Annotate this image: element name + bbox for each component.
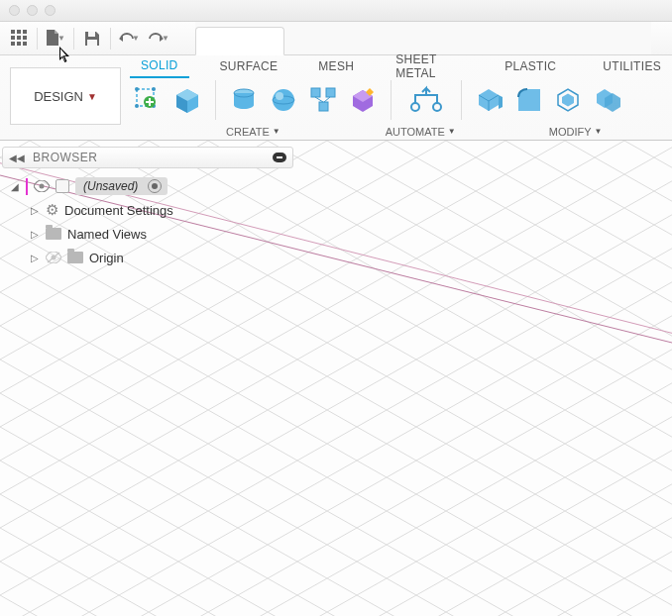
svg-line-27	[315, 97, 323, 102]
activate-radio-icon[interactable]	[148, 179, 162, 193]
svg-line-37	[48, 253, 59, 262]
visibility-icon[interactable]	[34, 180, 50, 192]
create-sketch-icon[interactable]	[132, 84, 164, 116]
press-pull-icon[interactable]	[474, 84, 505, 116]
save-icon[interactable]	[77, 25, 107, 52]
ribbon: DESIGN ▼ SOLID SURFACE MESH SHEET METAL …	[0, 55, 672, 141]
ribbon-section-automate[interactable]: AUTOMATE▼	[386, 126, 456, 138]
tab-mesh[interactable]: MESH	[307, 56, 365, 77]
svg-point-14	[135, 104, 139, 108]
chevron-down-icon: ▼	[57, 34, 65, 43]
svg-rect-25	[326, 88, 335, 97]
workspace-switcher[interactable]: DESIGN ▼	[10, 67, 121, 125]
tree-root[interactable]: ◢ (Unsaved)	[10, 174, 291, 198]
svg-point-23	[276, 92, 283, 100]
extrude-icon[interactable]	[171, 84, 203, 116]
ribbon-section-modify[interactable]: MODIFY▼	[549, 126, 603, 138]
redo-icon[interactable]: ▼	[144, 25, 173, 52]
assemble-icon[interactable]	[307, 84, 339, 116]
browser-tree: ◢ (Unsaved) ▷ ⚙ Document Settings ▷ Name…	[0, 168, 295, 273]
svg-rect-4	[17, 36, 21, 40]
file-menu-icon[interactable]: ▼	[41, 25, 70, 52]
svg-line-28	[324, 97, 330, 102]
document-tab[interactable]	[195, 27, 284, 55]
revolve-icon[interactable]	[228, 84, 260, 116]
gear-icon: ⚙	[46, 201, 58, 219]
component-icon	[56, 179, 69, 193]
svg-rect-0	[11, 30, 15, 34]
traffic-max[interactable]	[45, 5, 56, 16]
traffic-min[interactable]	[27, 5, 38, 16]
svg-point-13	[152, 87, 156, 91]
svg-rect-6	[11, 42, 15, 46]
workspace-label: DESIGN	[34, 89, 83, 104]
collapse-triangle-icon[interactable]: ◢	[10, 181, 20, 192]
tab-surface[interactable]: SURFACE	[209, 56, 289, 77]
script-icon[interactable]	[347, 84, 379, 116]
svg-rect-1	[17, 30, 21, 34]
svg-rect-8	[23, 42, 27, 46]
expand-triangle-icon[interactable]: ▷	[30, 253, 40, 263]
browser-header[interactable]: ◀◀ BROWSER	[2, 147, 293, 168]
folder-icon	[67, 252, 83, 263]
chevron-down-icon: ▼	[162, 34, 169, 43]
chevron-down-icon: ▼	[132, 34, 140, 43]
svg-rect-10	[87, 40, 97, 46]
expand-triangle-icon[interactable]: ▷	[30, 205, 40, 216]
folder-icon	[46, 228, 61, 240]
ribbon-tools	[130, 79, 672, 121]
svg-point-35	[40, 184, 45, 189]
svg-point-30	[433, 103, 441, 111]
data-panel-icon[interactable]	[4, 25, 34, 52]
browser-panel: ◀◀ BROWSER ◢ (Unsaved) ▷ ⚙ Document Sett…	[0, 147, 295, 273]
svg-rect-2	[23, 30, 27, 34]
active-indicator	[26, 178, 28, 195]
automate-icon[interactable]	[403, 84, 449, 116]
svg-point-12	[135, 87, 139, 91]
root-name[interactable]: (Unsaved)	[75, 177, 168, 195]
tab-plastic[interactable]: PLASTIC	[494, 56, 567, 77]
workspace-tabs: SOLID SURFACE MESH SHEET METAL PLASTIC U…	[130, 55, 672, 77]
browser-settings-icon[interactable]	[273, 153, 286, 162]
svg-rect-18	[149, 98, 151, 106]
svg-rect-5	[23, 36, 27, 40]
sphere-icon[interactable]	[268, 84, 299, 116]
fillet-icon[interactable]	[513, 84, 545, 116]
shell-icon[interactable]	[553, 84, 585, 116]
traffic-close[interactable]	[9, 5, 20, 16]
combine-icon[interactable]	[593, 84, 624, 116]
tree-item-named-views[interactable]: ▷ Named Views	[10, 222, 291, 246]
window-titlebar	[0, 0, 672, 22]
svg-rect-26	[319, 102, 328, 111]
tree-item-origin[interactable]: ▷ Origin	[10, 246, 291, 269]
visibility-hidden-icon[interactable]	[46, 252, 61, 263]
chevron-down-icon: ▼	[87, 91, 97, 102]
tab-utilities[interactable]: UTILITIES	[592, 56, 672, 77]
svg-rect-7	[17, 42, 21, 46]
svg-rect-3	[11, 36, 15, 40]
svg-point-21	[273, 89, 294, 111]
browser-title: BROWSER	[33, 151, 265, 164]
ribbon-section-create[interactable]: CREATE▼	[226, 126, 280, 138]
expand-triangle-icon[interactable]: ▷	[30, 229, 40, 240]
undo-icon[interactable]: ▼	[114, 25, 144, 52]
svg-rect-24	[311, 88, 320, 97]
tree-item-document-settings[interactable]: ▷ ⚙ Document Settings	[10, 198, 291, 222]
collapse-icon[interactable]: ◀◀	[9, 153, 25, 163]
tab-solid[interactable]: SOLID	[130, 55, 189, 78]
svg-point-29	[411, 103, 419, 111]
svg-rect-9	[88, 32, 95, 37]
